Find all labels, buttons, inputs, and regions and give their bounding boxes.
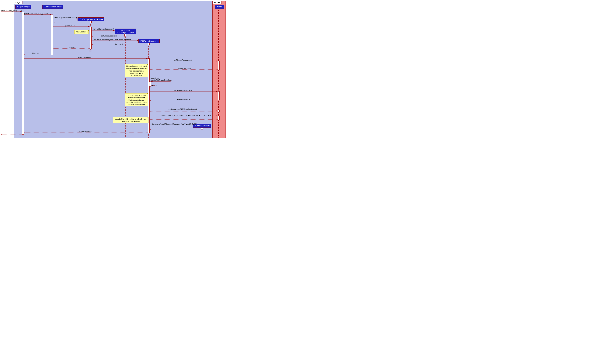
activation-egc-parser-2: [90, 27, 92, 49]
msg-return-filtered-group-list: FilteredGroupList: [177, 98, 191, 100]
model-frame-label: Model: [212, 1, 222, 4]
note-filtered-person-list: FilteredPersonList is used to check whet…: [125, 64, 148, 77]
msg-execute-raw: execute("edit_group 1 ..."): [1, 10, 22, 12]
msg-egc-ctor: EditGroupCommand(index, editGroupDescrip…: [93, 39, 131, 41]
activation-model-1: [218, 61, 220, 70]
msg-parse-command: parseCommand("edit_group 1 ..."): [24, 13, 51, 14]
msg-get-filtered-group-list: getFilteredGroupList(): [175, 89, 192, 91]
activation-address-book-parser: [51, 14, 53, 55]
note-update-filtered-group-list: update filteredGroupList to refresh view…: [113, 117, 149, 123]
activation-model-4: [218, 116, 220, 120]
destroy-icon: [89, 50, 92, 52]
activation-model-3: [218, 110, 220, 112]
msg-static-stereotype: <<static>>: [151, 77, 159, 79]
msg-execute-model: execute(model): [78, 56, 91, 58]
msg-return-descriptor: editGroupDescriptor: [101, 35, 117, 37]
msg-egc-parser-ctor: EditGroupCommandParser(): [54, 17, 77, 19]
msg-update-filtered-group-list: updateFilteredGroupList(PREDICATE_SHOW_A…: [162, 114, 211, 116]
participant-class-name: :EditGroupCommand: [116, 31, 135, 34]
msg-return-command-1: Command: [115, 43, 123, 45]
msg-return-command-2: Command: [68, 47, 76, 48]
participant-edit-group-command-class: <<class>> :EditGroupCommand: [115, 28, 136, 34]
msg-get-filtered-person-list: getFilteredPersonList(): [174, 59, 191, 61]
msg-parse: parse("1 ..."): [65, 25, 75, 27]
sequence-diagram: Logic Model :LogicManager :AddressBookPa…: [0, 0, 226, 139]
participant-edit-group-command: :EditGroupCommand: [138, 39, 160, 43]
participant-model: :Model: [215, 5, 224, 9]
msg-return-command-3: Command: [32, 52, 41, 54]
msg-create-edit-group-descriptor: createEditGroupDescriptor: [151, 79, 172, 81]
activation-logic-manager: [22, 12, 24, 135]
msg-command-result-ctor: CommandResult(SuccessMessage, ViewType.G…: [152, 123, 197, 125]
participant-address-book-parser: :AddressBookParser: [42, 5, 63, 9]
msg-new-descriptor: new EditGroupDescriptor(): [93, 28, 114, 30]
msg-return-command-result: CommandResult: [79, 131, 92, 133]
activation-egc-self: [149, 82, 151, 86]
participant-stereotype: <<class>>: [121, 29, 130, 31]
logic-frame-label: Logic: [14, 1, 22, 4]
activation-egc-1: [148, 43, 150, 45]
msg-return-filtered-person-list: FilteredPersonList: [177, 68, 191, 70]
note-filtered-group-list: FilteredGroupList is used to check wheth…: [125, 93, 148, 106]
activation-model-2: [218, 91, 220, 100]
msg-set-group: setGroup(groupToEdit, editedGroup): [168, 108, 197, 110]
participant-edit-group-command-parser: :EditGroupCommandParser: [78, 17, 104, 21]
participant-logic-manager: :LogicManager: [15, 5, 31, 9]
msg-return-group: Group: [152, 84, 156, 86]
note-input-validation: Input Validation: [74, 30, 89, 34]
